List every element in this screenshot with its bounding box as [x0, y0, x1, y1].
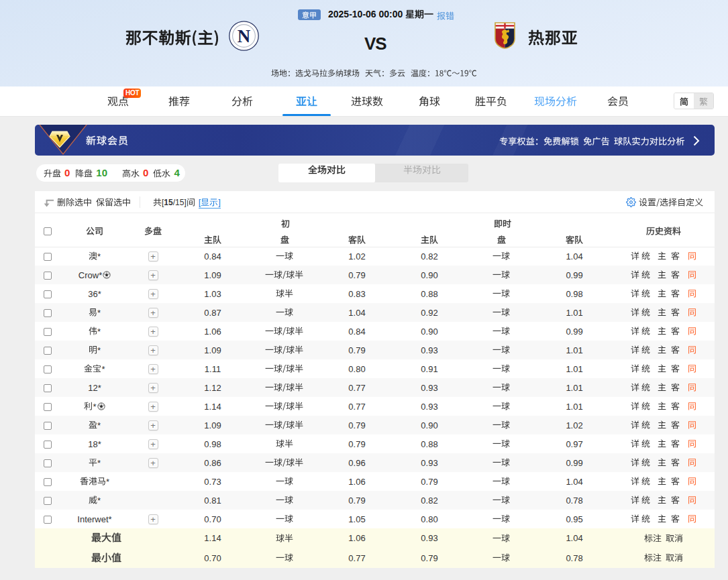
svg-text:N: N [238, 26, 251, 46]
